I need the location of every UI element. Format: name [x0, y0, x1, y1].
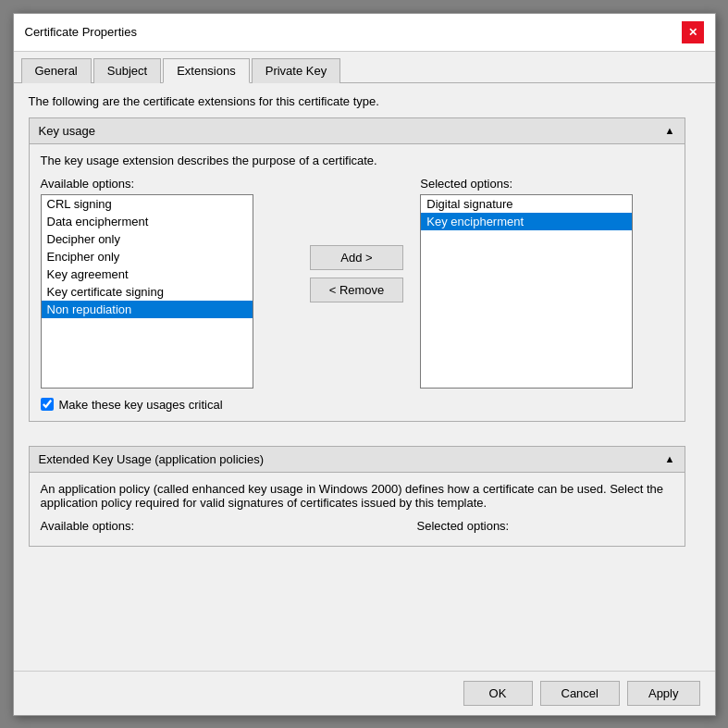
extended-key-usage-desc: An application policy (called enhanced k… [41, 482, 673, 510]
selected-listbox[interactable]: Digital signature Key encipherment [420, 194, 633, 389]
available-col: Available options: CRL signing Data enci… [41, 177, 293, 389]
main-content: The following are the certificate extens… [14, 83, 715, 671]
remove-button[interactable]: < Remove [310, 278, 404, 302]
tab-general[interactable]: General [21, 58, 92, 83]
selected-label: Selected options: [420, 177, 672, 191]
critical-checkbox-label: Make these key usages critical [59, 398, 223, 412]
list-item-non-repudiation[interactable]: Non repudiation [42, 301, 253, 318]
certificate-properties-dialog: Certificate Properties ✕ General Subject… [13, 13, 716, 716]
extended-options-columns: Available options: Selected options: [41, 519, 673, 537]
add-button[interactable]: Add > [310, 245, 404, 270]
list-item[interactable]: Decipher only [42, 230, 253, 248]
list-item[interactable]: CRL signing [42, 195, 253, 213]
extended-selected-col: Selected options: [417, 519, 673, 537]
extended-key-usage-title: Extended Key Usage (application policies… [39, 452, 265, 466]
list-item[interactable]: Key agreement [42, 265, 253, 283]
tab-extensions[interactable]: Extensions [163, 58, 250, 83]
extended-key-usage-section: Extended Key Usage (application policies… [29, 446, 685, 547]
list-item[interactable]: Data encipherment [42, 213, 253, 230]
critical-checkbox[interactable] [41, 398, 54, 411]
close-button[interactable]: ✕ [682, 21, 704, 43]
title-bar: Certificate Properties ✕ [14, 14, 715, 52]
list-item[interactable]: Encipher only [42, 248, 253, 265]
key-usage-body: The key usage extension describes the pu… [30, 144, 685, 421]
footer-bar: OK Cancel Apply [14, 671, 715, 715]
key-usage-desc: The key usage extension describes the pu… [41, 154, 673, 167]
tab-private-key[interactable]: Private Key [252, 58, 340, 83]
extended-available-label: Available options: [41, 519, 297, 533]
options-columns: Available options: CRL signing Data enci… [41, 177, 673, 389]
list-item-digital-signature[interactable]: Digital signature [421, 195, 632, 213]
critical-checkbox-row: Make these key usages critical [41, 398, 673, 412]
key-usage-chevron-icon: ▲ [665, 125, 675, 136]
extended-selected-label: Selected options: [417, 519, 673, 533]
key-usage-header[interactable]: Key usage ▲ [30, 118, 685, 144]
tab-subject[interactable]: Subject [93, 58, 161, 83]
selected-col: Selected options: Digital signature Key … [420, 177, 672, 389]
available-label: Available options: [41, 177, 293, 191]
extended-key-usage-chevron-icon: ▲ [665, 453, 675, 464]
cancel-button[interactable]: Cancel [540, 681, 620, 706]
tabs-bar: General Subject Extensions Private Key [14, 52, 715, 83]
add-remove-buttons: Add > < Remove [293, 177, 421, 371]
list-item[interactable]: Key certificate signing [42, 283, 253, 301]
dialog-title: Certificate Properties [25, 25, 137, 39]
extended-key-usage-header[interactable]: Extended Key Usage (application policies… [30, 447, 685, 473]
available-listbox[interactable]: CRL signing Data encipherment Decipher o… [41, 194, 253, 389]
ok-button[interactable]: OK [463, 681, 533, 706]
key-usage-section: Key usage ▲ The key usage extension desc… [29, 117, 685, 422]
extensions-description: The following are the certificate extens… [29, 94, 685, 108]
extended-available-col: Available options: [41, 519, 297, 537]
list-item-key-encipherment[interactable]: Key encipherment [421, 213, 632, 230]
apply-button[interactable]: Apply [627, 681, 700, 706]
extended-key-usage-body: An application policy (called enhanced k… [30, 473, 685, 546]
divider [29, 435, 685, 446]
key-usage-title: Key usage [39, 124, 95, 138]
